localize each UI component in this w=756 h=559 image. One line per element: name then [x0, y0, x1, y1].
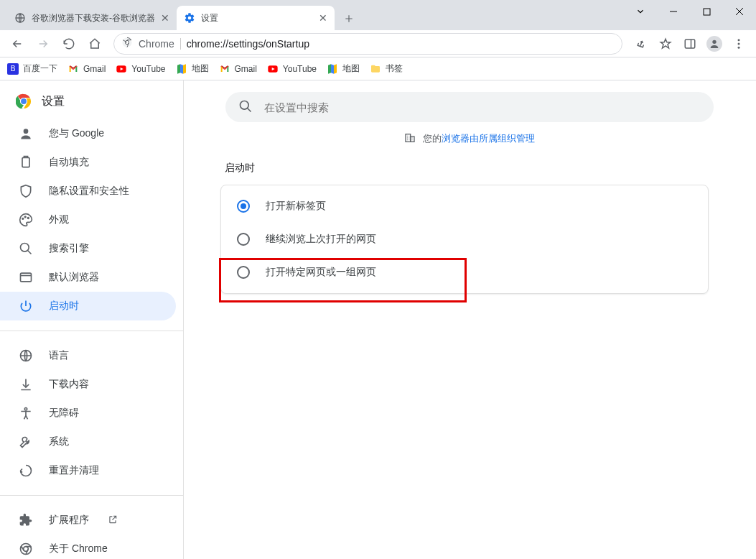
sidebar-item-label: 系统	[49, 435, 69, 448]
radio-option-new-tab[interactable]: 打开新标签页	[221, 190, 708, 223]
open-in-new-icon	[108, 514, 119, 526]
svg-point-17	[24, 216, 26, 218]
settings-search[interactable]	[225, 92, 714, 122]
close-icon[interactable]: ✕	[161, 12, 169, 24]
titlebar: 谷歌浏览器下载安装-谷歌浏览器 ✕ 设置 ✕	[0, 0, 756, 30]
sidebar-item-appearance[interactable]: 外观	[0, 205, 176, 234]
gear-icon	[184, 12, 195, 24]
svg-point-5	[712, 40, 716, 43]
bookmark-item[interactable]: 书签	[370, 63, 403, 75]
globe-icon	[19, 348, 33, 363]
reload-button[interactable]	[57, 32, 80, 55]
section-title: 启动时	[225, 159, 756, 185]
sidebar-item-autofill[interactable]: 自动填充	[0, 148, 176, 177]
svg-point-23	[21, 544, 32, 555]
bookmark-item[interactable]: YouTube	[116, 63, 165, 75]
sidebar-item-label: 无障碍	[49, 407, 79, 420]
search-input[interactable]	[263, 101, 701, 114]
sidebar-item-label: 搜索引擎	[49, 242, 89, 255]
chevron-down-icon[interactable]	[624, 0, 657, 23]
radio-icon	[237, 200, 250, 213]
clipboard-icon	[19, 155, 33, 170]
managed-link[interactable]: 浏览器由所属组织管理	[442, 133, 535, 144]
sidebar-item-you-and-google[interactable]: 您与 Google	[0, 119, 176, 148]
share-icon[interactable]	[630, 32, 653, 55]
new-tab-button[interactable]	[339, 9, 359, 29]
bookmark-item[interactable]: Gmail	[67, 63, 106, 75]
sidebar-item-label: 扩展程序	[49, 514, 89, 527]
settings-sidebar: 设置 您与 Google 自动填充 隐私设置和安全性 外观 搜索引擎 默认浏览器	[0, 80, 183, 559]
radio-icon	[237, 233, 250, 246]
bookmark-label: Gmail	[83, 64, 106, 74]
sidebar-item-system[interactable]: 系统	[0, 428, 176, 456]
forward-button[interactable]	[32, 32, 55, 55]
radio-option-continue[interactable]: 继续浏览上次打开的网页	[221, 223, 708, 256]
bookmark-label: 地图	[342, 63, 360, 75]
window-controls	[624, 0, 756, 23]
settings-header: 设置	[0, 80, 183, 119]
radio-label: 打开新标签页	[266, 200, 326, 213]
bookmark-label: 百度一下	[23, 63, 57, 75]
separator	[0, 495, 183, 496]
bookmark-label: YouTube	[283, 64, 317, 74]
sidebar-item-default-browser[interactable]: 默认浏览器	[0, 263, 176, 292]
address-bar[interactable]: Chrome chrome://settings/onStartup	[113, 33, 622, 55]
maps-icon	[327, 63, 338, 75]
svg-rect-20	[21, 273, 32, 282]
home-button[interactable]	[83, 32, 106, 55]
profile-avatar[interactable]	[703, 32, 726, 55]
bookmarks-bar: B 百度一下 Gmail YouTube 地图 Gmail YouTube 地图…	[0, 57, 756, 80]
toolbar: Chrome chrome://settings/onStartup	[0, 30, 756, 57]
sidebar-item-about[interactable]: 关于 Chrome	[0, 535, 176, 559]
globe-icon	[14, 12, 26, 24]
sidebar-item-search-engine[interactable]: 搜索引擎	[0, 234, 176, 263]
browser-tab[interactable]: 谷歌浏览器下载安装-谷歌浏览器 ✕	[7, 6, 177, 30]
radio-option-specific-pages[interactable]: 打开特定网页或一组网页	[221, 256, 708, 289]
sidebar-item-reset[interactable]: 重置并清理	[0, 456, 176, 485]
bookmark-star-icon[interactable]	[654, 32, 677, 55]
svg-rect-4	[685, 40, 695, 48]
chrome-outline-icon	[19, 542, 33, 556]
gmail-icon	[67, 63, 79, 75]
chrome-icon	[121, 37, 133, 51]
settings-title: 设置	[42, 94, 65, 109]
tab-title: 设置	[201, 12, 313, 24]
bookmark-item[interactable]: Gmail	[219, 63, 257, 75]
bookmark-label: YouTube	[131, 64, 165, 74]
power-icon	[19, 299, 33, 313]
svg-rect-27	[411, 137, 414, 142]
sidebar-item-languages[interactable]: 语言	[0, 341, 176, 370]
svg-point-22	[24, 408, 27, 410]
bookmark-item[interactable]: B 百度一下	[7, 63, 57, 75]
menu-icon[interactable]	[727, 32, 750, 55]
maximize-button[interactable]	[690, 0, 723, 23]
palette-icon	[19, 213, 33, 227]
person-icon	[19, 126, 33, 141]
sidebar-item-on-startup[interactable]: 启动时	[0, 292, 176, 320]
side-panel-icon[interactable]	[678, 32, 701, 55]
close-icon[interactable]: ✕	[319, 12, 327, 24]
svg-point-19	[21, 244, 29, 252]
svg-rect-26	[406, 134, 411, 142]
chrome-logo-icon	[16, 93, 32, 109]
sidebar-item-privacy[interactable]: 隐私设置和安全性	[0, 177, 176, 205]
minimize-button[interactable]	[657, 0, 690, 23]
back-button[interactable]	[6, 32, 29, 55]
svg-point-13	[21, 98, 27, 104]
separator	[0, 331, 183, 331]
accessibility-icon	[19, 406, 33, 420]
sidebar-item-downloads[interactable]: 下载内容	[0, 370, 176, 399]
url-scheme-label: Chrome	[139, 38, 174, 50]
svg-point-7	[738, 42, 740, 45]
bookmark-item[interactable]: YouTube	[267, 63, 317, 75]
download-icon	[19, 377, 33, 392]
browser-tab-active[interactable]: 设置 ✕	[177, 6, 335, 30]
sidebar-item-extensions[interactable]: 扩展程序	[0, 506, 176, 535]
restore-icon	[19, 463, 33, 478]
bookmark-item[interactable]: 地图	[176, 63, 209, 75]
sidebar-item-label: 重置并清理	[49, 464, 99, 477]
separator	[180, 38, 181, 50]
close-button[interactable]	[723, 0, 756, 23]
bookmark-item[interactable]: 地图	[327, 63, 360, 75]
sidebar-item-accessibility[interactable]: 无障碍	[0, 399, 176, 428]
